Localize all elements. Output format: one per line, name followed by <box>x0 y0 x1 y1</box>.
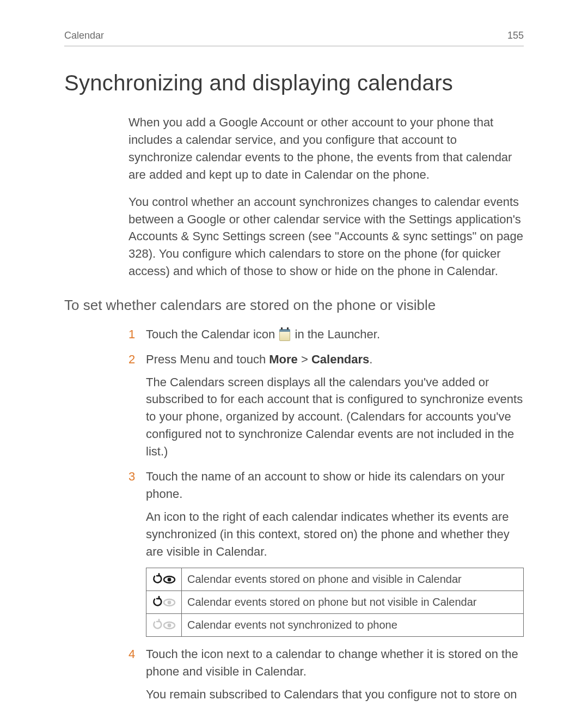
step-2-menu-key: Menu <box>180 352 210 366</box>
step-2-text-d: . <box>369 352 372 366</box>
step-1-text-a: Touch the Calendar icon <box>146 327 278 341</box>
step-2-more-label: More <box>269 352 298 366</box>
step-2-text-c: > <box>298 352 311 366</box>
status-icon-synced-hidden <box>146 591 182 614</box>
calendar-app-icon <box>279 329 290 341</box>
status-text-synced-visible: Calendar events stored on phone and visi… <box>182 568 524 591</box>
intro-paragraph-1: When you add a Google Account or other a… <box>128 114 524 184</box>
step-3: Touch the name of an account to show or … <box>128 468 524 637</box>
header-page-number: 155 <box>507 28 524 42</box>
step-3-text: Touch the name of an account to show or … <box>146 470 505 501</box>
status-icon-not-synced <box>146 614 182 637</box>
step-2-text-a: Press <box>146 352 180 366</box>
not-synced-icon <box>151 619 176 632</box>
header-section: Calendar <box>64 28 104 42</box>
step-4: Touch the icon next to a calendar to cha… <box>128 646 524 706</box>
sync-hidden-icon <box>151 596 176 609</box>
step-4-text: Touch the icon next to a calendar to cha… <box>146 647 518 678</box>
step-2: Press Menu and touch More > Calendars. T… <box>128 351 524 460</box>
section-subhead: To set whether calendars are stored on t… <box>64 295 524 316</box>
svg-point-1 <box>168 578 171 582</box>
step-2-sub: The Calendars screen displays all the ca… <box>146 374 524 460</box>
step-2-text-b: and touch <box>210 352 269 366</box>
status-row-synced-visible: Calendar events stored on phone and visi… <box>146 568 524 591</box>
page-title: Synchronizing and displaying calendars <box>64 67 524 99</box>
status-row-synced-hidden: Calendar events stored on phone but not … <box>146 591 524 614</box>
sync-visible-icon <box>151 573 176 586</box>
page-header: Calendar 155 <box>64 28 524 46</box>
svg-point-3 <box>168 601 171 605</box>
step-4-sub: You remain subscribed to Calendars that … <box>146 686 524 706</box>
status-icon-synced-visible <box>146 568 182 591</box>
step-2-calendars-label: Calendars <box>311 352 369 366</box>
status-text-not-synced: Calendar events not synchronized to phon… <box>182 614 524 637</box>
step-3-sub: An icon to the right of each calendar in… <box>146 508 524 561</box>
status-row-not-synced: Calendar events not synchronized to phon… <box>146 614 524 637</box>
page: Calendar 155 Synchronizing and displayin… <box>0 0 588 706</box>
step-1: Touch the Calendar icon in the Launcher. <box>128 326 524 343</box>
intro-block: When you add a Google Account or other a… <box>128 114 524 280</box>
intro-paragraph-2: You control whether an account synchroni… <box>128 193 524 280</box>
status-table: Calendar events stored on phone and visi… <box>146 568 524 637</box>
steps-list: Touch the Calendar icon in the Launcher.… <box>128 326 524 706</box>
svg-point-5 <box>168 624 171 628</box>
step-1-text-b: in the Launcher. <box>295 327 381 341</box>
status-text-synced-hidden: Calendar events stored on phone but not … <box>182 591 524 614</box>
